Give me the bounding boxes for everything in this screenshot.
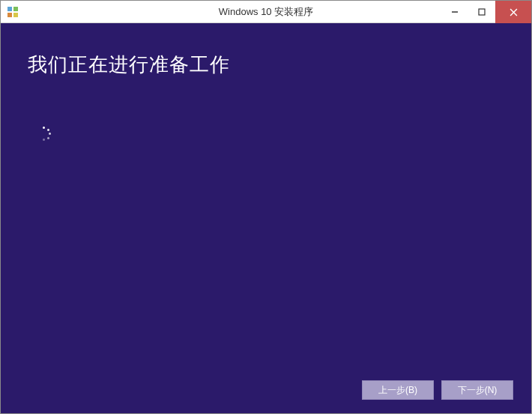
svg-rect-3 [13,13,18,17]
back-button[interactable]: 上一步(B) [362,380,434,400]
content-area: 我们正在进行准备工作 上一步(B) 下一步(N) [1,23,531,413]
titlebar: Windows 10 安装程序 [1,1,531,23]
app-icon [7,6,19,18]
window-controls [441,1,531,22]
loading-spinner-icon [37,127,52,141]
minimize-button[interactable] [441,1,468,23]
svg-rect-2 [7,13,12,17]
svg-rect-0 [7,7,12,11]
progress-heading: 我们正在进行准备工作 [28,52,504,78]
footer-buttons: 上一步(B) 下一步(N) [362,380,513,400]
svg-rect-5 [479,9,485,15]
installer-window: Windows 10 安装程序 我们正在进行准备工作 上一步(B) 下一步(N) [0,0,532,414]
next-button[interactable]: 下一步(N) [441,380,513,400]
maximize-button[interactable] [468,1,495,23]
window-title: Windows 10 安装程序 [219,5,313,19]
svg-rect-1 [13,7,18,11]
close-button[interactable] [495,1,531,23]
